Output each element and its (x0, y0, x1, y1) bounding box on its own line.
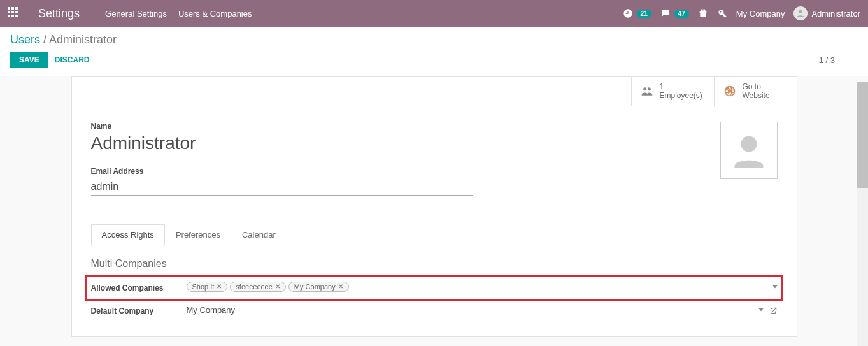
default-company-value: My Company (187, 305, 236, 315)
email-label: Email Address (91, 167, 473, 176)
pager-next-icon[interactable] (853, 56, 858, 64)
chat-icon (660, 8, 671, 18)
tag-remove-icon[interactable]: ✕ (338, 283, 343, 290)
apps-icon[interactable] (8, 7, 20, 20)
tag-shop-it[interactable]: Shop It✕ (187, 282, 228, 292)
tab-access-rights[interactable]: Access Rights (91, 224, 165, 245)
stat-website[interactable]: Go to Website (714, 77, 797, 106)
stat-employees-count: 1 (660, 82, 702, 91)
app-title: Settings (38, 7, 80, 20)
breadcrumb: Users / Administrator (10, 33, 858, 47)
caret-down-icon[interactable] (758, 307, 764, 312)
breadcrumb-current: Administrator (49, 33, 117, 46)
stat-website-line1: Go to (743, 82, 770, 91)
tabs: Access Rights Preferences Calendar (91, 224, 778, 245)
save-button[interactable]: SAVE (10, 52, 48, 68)
activities-count: 21 (637, 10, 651, 18)
stat-bar: 1 Employee(s) Go to Website (71, 76, 797, 106)
scrollbar-thumb[interactable] (857, 82, 868, 188)
highlight-allowed-companies: Allowed Companies Shop It✕ sfeeeeeeee✕ M… (85, 275, 783, 301)
avatar-image[interactable] (720, 122, 778, 179)
tag-sfee[interactable]: sfeeeeeeee✕ (230, 282, 286, 292)
company-name: My Company (736, 9, 785, 18)
email-input[interactable] (91, 178, 473, 196)
discuss-button[interactable]: 47 (660, 8, 689, 18)
stat-employees-label: Employee(s) (660, 91, 702, 100)
breadcrumb-root[interactable]: Users (10, 33, 40, 46)
section-multi-companies: Multi Companies (91, 258, 778, 270)
tag-my-company[interactable]: My Company✕ (288, 282, 349, 292)
tag-remove-icon[interactable]: ✕ (275, 283, 280, 290)
caret-down-icon[interactable] (772, 284, 778, 289)
allowed-companies-label: Allowed Companies (91, 284, 187, 292)
tag-remove-icon[interactable]: ✕ (217, 283, 222, 290)
svg-point-1 (741, 136, 757, 152)
pager: 1 / 3 (819, 55, 858, 65)
scrollbar[interactable] (857, 82, 868, 337)
gift-button[interactable] (698, 8, 708, 18)
default-company-label: Default Company (91, 306, 187, 315)
company-switcher[interactable]: My Company (736, 9, 785, 18)
user-avatar-icon (793, 6, 808, 20)
discard-button[interactable]: DISCARD (55, 55, 90, 64)
top-navbar: Settings General Settings Users & Compan… (0, 0, 868, 27)
activities-button[interactable]: 21 (623, 8, 651, 18)
wrench-icon (717, 8, 727, 18)
control-bar: Users / Administrator SAVE DISCARD 1 / 3 (0, 27, 868, 76)
stat-employees[interactable]: 1 Employee(s) (631, 77, 714, 106)
pager-prev-icon[interactable] (841, 56, 846, 64)
person-icon (730, 131, 768, 169)
default-company-field[interactable]: My Company (187, 305, 764, 317)
allowed-companies-field[interactable]: Shop It✕ sfeeeeeeee✕ My Company✕ (187, 282, 778, 294)
debug-button[interactable] (717, 8, 727, 18)
pager-text: 1 / 3 (819, 55, 835, 65)
discuss-count: 47 (674, 10, 689, 18)
tab-calendar[interactable]: Calendar (231, 224, 287, 245)
user-name: Administrator (811, 9, 860, 18)
users-icon (641, 85, 653, 97)
stat-website-line2: Website (743, 91, 770, 100)
nav-users-companies[interactable]: Users & Companies (178, 9, 252, 18)
user-menu[interactable]: Administrator (793, 6, 860, 20)
gift-icon (698, 8, 708, 18)
tab-preferences[interactable]: Preferences (165, 224, 231, 245)
globe-icon (723, 85, 736, 97)
name-input[interactable] (91, 132, 473, 155)
name-label: Name (91, 122, 473, 131)
form-sheet: Name Email Address Access Rights Prefere… (71, 106, 797, 337)
nav-general-settings[interactable]: General Settings (105, 9, 167, 18)
external-link-icon[interactable] (769, 306, 778, 315)
clock-icon (623, 8, 633, 18)
svg-point-0 (799, 10, 802, 13)
